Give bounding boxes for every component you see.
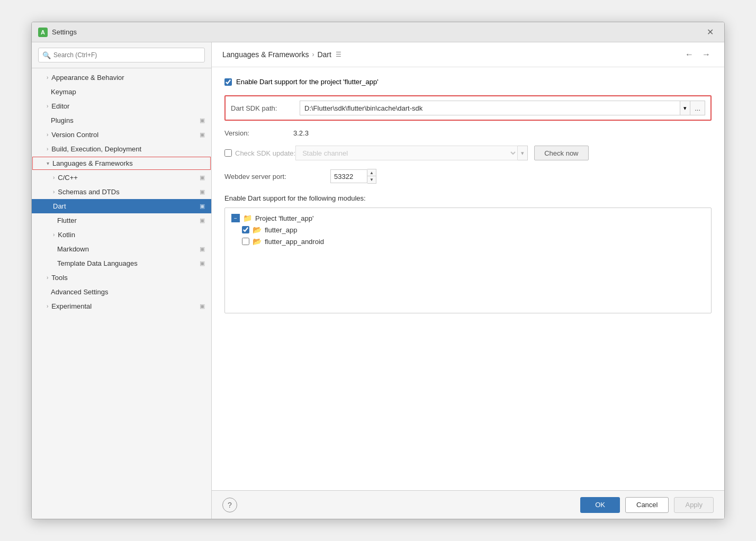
channel-dropdown-button[interactable]: ▾ (518, 146, 528, 160)
channel-select[interactable]: Stable channel (295, 146, 518, 160)
module2-label: flutter_app_android (265, 238, 324, 246)
webdev-port-input[interactable] (330, 169, 367, 183)
sidebar-item-label: Markdown (57, 245, 89, 253)
sidebar-item-label: Kotlin (58, 231, 75, 239)
close-button[interactable]: ✕ (703, 25, 718, 39)
check-update-checkbox[interactable] (224, 149, 232, 157)
check-update-group: Check SDK update: (224, 149, 295, 157)
sidebar-item-experimental[interactable]: › Experimental ▣ (32, 299, 211, 313)
settings-window: A Settings ✕ 🔍 › Appearance & Behavior (31, 22, 725, 519)
check-now-button[interactable]: Check now (534, 146, 588, 160)
sidebar-item-label: Build, Execution, Deployment (51, 145, 141, 153)
sidebar-item-schemas[interactable]: › Schemas and DTDs ▣ (32, 185, 211, 199)
port-decrement-button[interactable]: ▼ (367, 176, 376, 183)
module2-folder-icon: 📂 (253, 237, 262, 246)
sidebar-item-label: Tools (51, 274, 67, 282)
sidebar-item-template-data[interactable]: Template Data Languages ▣ (32, 256, 211, 270)
tree-collapse-button[interactable]: − (231, 214, 240, 222)
tree-module1-row: 📂 flutter_app (229, 224, 707, 236)
sidebar-item-appearance[interactable]: › Appearance & Behavior (32, 70, 211, 85)
apply-button[interactable]: Apply (674, 497, 714, 513)
sidebar-item-advanced[interactable]: Advanced Settings (32, 285, 211, 299)
sidebar-item-label: Dart (53, 202, 66, 210)
main-content: 🔍 › Appearance & Behavior Keymap › Edito… (32, 42, 724, 519)
cancel-button[interactable]: Cancel (625, 497, 669, 513)
sidebar-item-languages[interactable]: ▾ Languages & Frameworks (32, 156, 211, 170)
sidebar-item-version-control[interactable]: › Version Control ▣ (32, 128, 211, 142)
expand-arrow: ▾ (47, 160, 49, 166)
breadcrumb-menu-icon[interactable]: ☰ (336, 51, 341, 58)
breadcrumb-part1: Languages & Frameworks (222, 50, 309, 59)
app-icon: A (38, 28, 48, 37)
sidebar-item-label: Keymap (51, 88, 76, 96)
version-value: 3.2.3 (293, 129, 309, 137)
panel-nav-buttons: ← → (682, 49, 714, 60)
titlebar: A Settings ✕ (32, 22, 724, 42)
expand-arrow: › (53, 189, 55, 195)
sidebar-item-dart[interactable]: Dart ▣ (32, 199, 211, 213)
expand-arrow: › (47, 103, 48, 109)
breadcrumb-separator: › (312, 51, 314, 58)
sidebar-item-keymap[interactable]: Keymap (32, 85, 211, 99)
sidebar-item-label: Advanced Settings (51, 288, 108, 296)
module2-checkbox[interactable] (242, 238, 249, 245)
modules-label: Enable Dart support for the following mo… (224, 194, 712, 202)
settings-icon: ▣ (200, 188, 205, 195)
sdk-browse-button[interactable]: ... (690, 101, 705, 115)
search-wrapper: 🔍 (38, 48, 205, 62)
tree-project-label: Project 'flutter_app' (255, 214, 313, 222)
search-box: 🔍 (32, 42, 211, 68)
sidebar-item-label: Plugins (51, 116, 74, 124)
module1-label: flutter_app (265, 226, 297, 234)
sidebar-item-label: Editor (51, 102, 69, 110)
sidebar-item-kotlin[interactable]: › Kotlin (32, 228, 211, 242)
sidebar-item-flutter[interactable]: Flutter ▣ (32, 213, 211, 228)
module1-checkbox[interactable] (242, 226, 249, 233)
sidebar-item-plugins[interactable]: Plugins ▣ (32, 113, 211, 128)
settings-icon: ▣ (200, 246, 205, 253)
nav-forward-button[interactable]: → (699, 49, 714, 60)
search-icon: 🔍 (42, 51, 51, 59)
sdk-path-label: Dart SDK path: (231, 104, 300, 112)
webdev-label: Webdev server port: (224, 173, 330, 181)
project-folder-icon: 📁 (243, 214, 252, 222)
sidebar-item-label: Appearance & Behavior (51, 74, 124, 82)
panel-header: Languages & Frameworks › Dart ☰ ← → (212, 42, 724, 67)
sidebar-item-label: Template Data Languages (57, 259, 138, 267)
modules-tree: − 📁 Project 'flutter_app' 📂 flutter_app … (224, 208, 712, 313)
sidebar-item-cpp[interactable]: › C/C++ ▣ (32, 170, 211, 185)
sdk-path-input[interactable] (300, 101, 680, 115)
bottom-actions: OK Cancel Apply (580, 497, 714, 513)
sidebar-item-label: Version Control (51, 131, 98, 139)
sidebar-item-label: Flutter (57, 217, 77, 224)
ok-button[interactable]: OK (580, 497, 620, 513)
expand-arrow: › (47, 146, 48, 152)
nav-back-button[interactable]: ← (682, 49, 697, 60)
expand-arrow: › (53, 232, 55, 238)
settings-icon: ▣ (200, 303, 205, 310)
sdk-dropdown-button[interactable]: ▾ (680, 101, 690, 115)
sidebar-item-editor[interactable]: › Editor (32, 99, 211, 113)
port-spinner: ▲ ▼ (367, 169, 376, 184)
sidebar-item-tools[interactable]: › Tools (32, 270, 211, 285)
enable-dart-checkbox[interactable] (224, 78, 232, 86)
sdk-path-row: Dart SDK path: ▾ ... (224, 95, 712, 121)
help-button[interactable]: ? (222, 498, 237, 512)
version-label: Version: (224, 129, 293, 137)
bottom-bar: ? OK Cancel Apply (212, 490, 724, 519)
window-title: Settings (52, 28, 703, 36)
version-row: Version: 3.2.3 (224, 129, 712, 137)
module1-folder-icon: 📂 (253, 226, 262, 234)
sidebar-item-label: Languages & Frameworks (52, 159, 133, 167)
sidebar-item-build[interactable]: › Build, Execution, Deployment (32, 142, 211, 156)
check-update-label: Check SDK update: (235, 149, 295, 157)
sidebar-item-markdown[interactable]: Markdown ▣ (32, 242, 211, 256)
port-increment-button[interactable]: ▲ (367, 169, 376, 176)
right-panel: Languages & Frameworks › Dart ☰ ← → Enab… (212, 42, 724, 519)
search-input[interactable] (38, 48, 205, 62)
settings-icon: ▣ (200, 217, 205, 224)
settings-icon: ▣ (200, 117, 205, 124)
breadcrumb-part2: Dart (317, 50, 331, 59)
tree-project-row: − 📁 Project 'flutter_app' (229, 212, 707, 224)
settings-icon: ▣ (200, 203, 205, 210)
